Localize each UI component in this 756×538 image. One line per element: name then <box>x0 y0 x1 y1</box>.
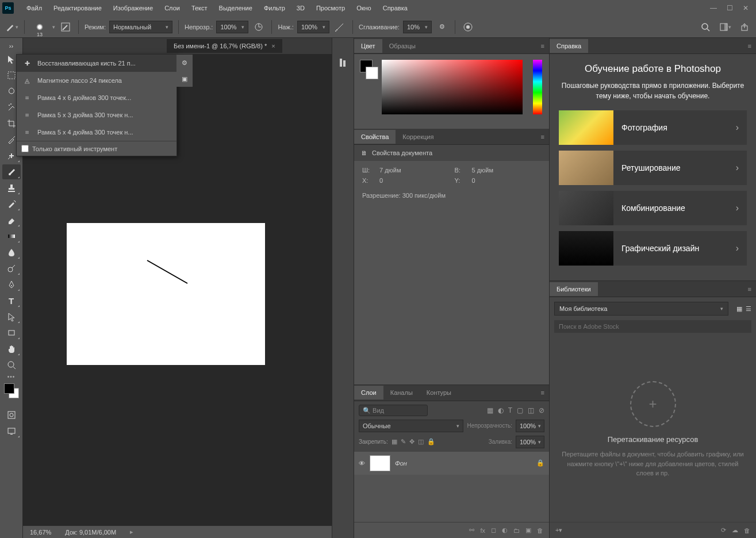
filter-toggle-icon[interactable]: ⊘ <box>539 406 544 414</box>
maximize-button[interactable]: ☐ <box>722 2 738 14</box>
lock-paint-icon[interactable]: ✎ <box>401 438 406 445</box>
blend-mode-dropdown[interactable]: Обычные▾ <box>359 420 463 432</box>
learn-card-photography[interactable]: Фотография › <box>559 110 747 145</box>
airbrush-icon[interactable] <box>333 20 347 34</box>
lock-artboard-icon[interactable]: ◫ <box>418 438 424 445</box>
lock-position-icon[interactable]: ✥ <box>409 438 415 445</box>
share-icon[interactable] <box>738 20 751 34</box>
expand-tools-icon[interactable]: ›› <box>2 41 21 51</box>
gradient-tool[interactable] <box>2 229 21 244</box>
menu-image[interactable]: Изображение <box>108 2 159 14</box>
pen-tool[interactable] <box>2 277 21 292</box>
tab-layers[interactable]: Слои <box>354 386 383 399</box>
screen-mode-icon[interactable] <box>2 424 21 439</box>
preset-item[interactable]: ◬ Магнитное лассо 24 пиксела <box>17 72 176 89</box>
tab-color[interactable]: Цвет <box>354 39 382 53</box>
tab-properties[interactable]: Свойства <box>354 130 396 144</box>
close-tab-icon[interactable]: × <box>271 43 275 49</box>
menu-filter[interactable]: Фильтр <box>258 2 291 14</box>
zoom-tool[interactable] <box>2 358 21 372</box>
workspace-icon[interactable]: ▾ <box>718 20 732 34</box>
new-group-icon[interactable]: 🗀 <box>513 527 520 534</box>
zoom-level[interactable]: 16,67% <box>30 529 51 536</box>
quick-mask-icon[interactable] <box>2 408 21 422</box>
menu-text[interactable]: Текст <box>186 2 213 14</box>
tool-preset-picker[interactable]: ▾ <box>5 20 18 34</box>
tab-libraries[interactable]: Библиотеки <box>550 282 598 296</box>
tab-adjustments[interactable]: Коррекция <box>396 130 440 144</box>
new-layer-icon[interactable]: ▣ <box>525 527 531 534</box>
layer-fx-icon[interactable]: fx <box>480 527 485 534</box>
lock-transparent-icon[interactable]: ▦ <box>392 438 397 445</box>
brush-preset-picker[interactable]: 13 <box>30 18 49 36</box>
layer-name[interactable]: Фон <box>395 460 407 467</box>
menu-3d[interactable]: 3D <box>291 2 310 14</box>
status-arrow-icon[interactable]: ▸ <box>130 528 133 536</box>
hue-slider[interactable] <box>533 60 542 114</box>
sync-icon[interactable]: ⟳ <box>721 527 726 534</box>
panel-menu-icon[interactable]: ≡ <box>743 286 756 293</box>
blend-mode-dropdown[interactable]: Нормальный▾ <box>109 21 172 33</box>
preset-item[interactable]: ⌗ Рамка 5 x 4 дюйма 300 точек н... <box>17 124 176 141</box>
library-search-input[interactable] <box>554 320 751 333</box>
new-preset-icon[interactable]: ▣ <box>179 73 190 84</box>
delete-icon[interactable]: 🗑 <box>744 527 750 534</box>
layer-mask-icon[interactable]: ◻ <box>491 527 496 534</box>
document-tab[interactable]: Без имени-1 @ 16,7% (RGB/8) * × <box>167 39 282 53</box>
filter-pixel-icon[interactable]: ▦ <box>487 406 493 414</box>
grid-view-icon[interactable]: ▦ <box>736 305 742 313</box>
hand-tool[interactable] <box>2 341 21 356</box>
layer-filter-dropdown[interactable]: 🔍 Вид <box>359 405 428 416</box>
opacity-input[interactable]: 100%▾ <box>216 21 248 33</box>
canvas[interactable] <box>67 223 265 365</box>
layer-row[interactable]: 👁 Фон 🔒 <box>354 452 549 475</box>
filter-adjust-icon[interactable]: ◐ <box>498 406 504 414</box>
tab-help[interactable]: Справка <box>550 39 588 53</box>
filter-shape-icon[interactable]: ▢ <box>517 406 523 414</box>
search-icon[interactable] <box>699 20 712 34</box>
flow-input[interactable]: 100%▾ <box>297 21 329 33</box>
pressure-size-icon[interactable] <box>461 20 475 34</box>
dodge-tool[interactable] <box>2 261 21 276</box>
filter-smart-icon[interactable]: ◫ <box>528 406 534 414</box>
add-to-library-icon[interactable]: +▾ <box>555 527 562 534</box>
only-active-tool-checkbox[interactable] <box>21 145 29 152</box>
panel-menu-icon[interactable]: ≡ <box>536 389 549 396</box>
pressure-opacity-icon[interactable] <box>252 20 266 34</box>
menu-edit[interactable]: Редактирование <box>48 2 108 14</box>
stamp-tool[interactable] <box>2 180 21 195</box>
delete-layer-icon[interactable]: 🗑 <box>537 527 543 534</box>
panel-menu-icon[interactable]: ≡ <box>743 43 756 49</box>
learn-card-retouching[interactable]: Ретуширование › <box>559 151 747 185</box>
panel-menu-icon[interactable]: ≡ <box>536 43 549 49</box>
color-field[interactable] <box>382 60 523 114</box>
layer-thumbnail[interactable] <box>370 455 390 471</box>
menu-help[interactable]: Справка <box>377 2 413 14</box>
brush-tool[interactable] <box>2 164 21 179</box>
preset-settings-icon[interactable]: ⚙ <box>179 57 190 68</box>
color-swatches[interactable] <box>4 383 19 398</box>
brush-dropdown-icon[interactable]: ▾ <box>52 24 55 30</box>
brush-panel-toggle[interactable] <box>59 20 72 34</box>
tab-swatches[interactable]: Образцы <box>382 39 423 53</box>
cloud-icon[interactable]: ☁ <box>732 527 738 534</box>
close-button[interactable]: ✕ <box>738 2 754 14</box>
type-tool[interactable]: T <box>2 293 21 308</box>
visibility-icon[interactable]: 👁 <box>359 460 365 467</box>
smoothing-input[interactable]: 10%▾ <box>403 21 432 33</box>
path-select-tool[interactable] <box>2 309 21 324</box>
tab-channels[interactable]: Каналы <box>383 386 420 399</box>
menu-view[interactable]: Просмотр <box>310 2 351 14</box>
menu-file[interactable]: Файл <box>21 2 48 14</box>
smoothing-options-icon[interactable]: ⚙ <box>435 20 449 34</box>
more-tools-icon[interactable]: ••• <box>7 374 16 380</box>
layer-fill-input[interactable]: 100%▾ <box>516 436 544 448</box>
collapsed-panel-icon[interactable] <box>334 55 352 70</box>
library-drop-zone[interactable]: + Перетаскивание ресурсов Перетащите фай… <box>550 337 756 522</box>
layer-opacity-input[interactable]: 100%▾ <box>516 420 544 432</box>
learn-card-design[interactable]: Графический дизайн › <box>559 231 747 266</box>
library-dropdown[interactable]: Моя библиотека▾ <box>554 302 728 316</box>
filter-type-icon[interactable]: T <box>508 406 512 414</box>
preset-item[interactable]: ⌗ Рамка 5 x 3 дюйма 300 точек н... <box>17 106 176 124</box>
history-brush-tool[interactable] <box>2 197 21 212</box>
